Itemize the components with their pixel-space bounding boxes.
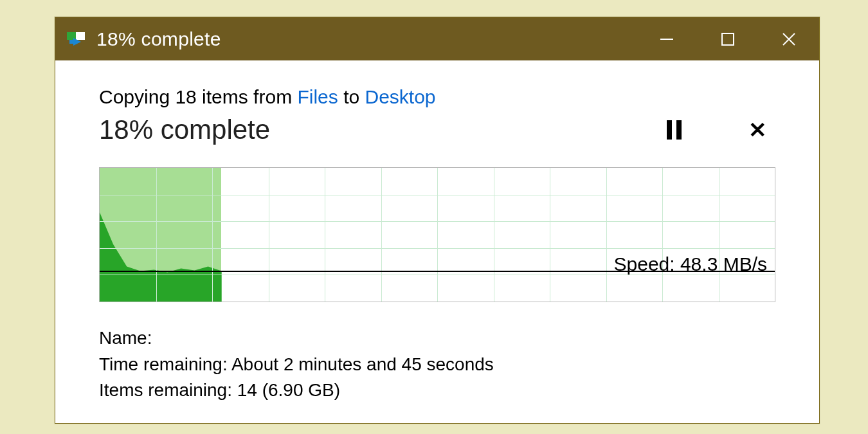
items-label: Items remaining: [99, 380, 237, 400]
detail-items: Items remaining: 14 (6.90 GB) [99, 377, 775, 404]
speed-label: Speed: 48.3 MB/s [614, 253, 767, 275]
dest-link[interactable]: Desktop [365, 86, 436, 107]
svg-rect-1 [722, 33, 734, 45]
name-label: Name: [99, 328, 152, 348]
close-icon: ✕ [748, 119, 766, 141]
detail-time: Time remaining: About 2 minutes and 45 s… [99, 352, 775, 378]
copy-middle: to [338, 86, 365, 107]
items-value: 14 (6.90 GB) [237, 380, 340, 400]
dialog-body: Copying 18 items from Files to Desktop 1… [55, 60, 819, 423]
titlebar[interactable]: 18% complete [55, 17, 819, 60]
maximize-button[interactable] [697, 17, 758, 60]
chart-grid [100, 168, 775, 302]
source-link[interactable]: Files [297, 86, 338, 107]
time-label: Time remaining: [99, 354, 231, 374]
pause-button[interactable] [661, 117, 687, 143]
copy-prefix: Copying 18 items from [99, 86, 297, 107]
minimize-button[interactable] [636, 17, 697, 60]
cancel-button[interactable]: ✕ [745, 117, 770, 143]
speed-chart: Speed: 48.3 MB/s [99, 167, 775, 302]
detail-name: Name: [99, 325, 775, 352]
progress-percent-text: 18% complete [99, 114, 270, 145]
window-title: 18% complete [96, 28, 221, 50]
close-window-button[interactable] [758, 17, 819, 60]
copy-description: Copying 18 items from Files to Desktop [99, 86, 775, 108]
file-copy-dialog: 18% complete Copying 18 items from Files… [55, 17, 820, 424]
time-value: About 2 minutes and 45 seconds [231, 354, 494, 374]
copy-progress-icon [67, 32, 85, 46]
details-section: Name: Time remaining: About 2 minutes an… [99, 325, 775, 404]
pause-icon [667, 120, 682, 140]
